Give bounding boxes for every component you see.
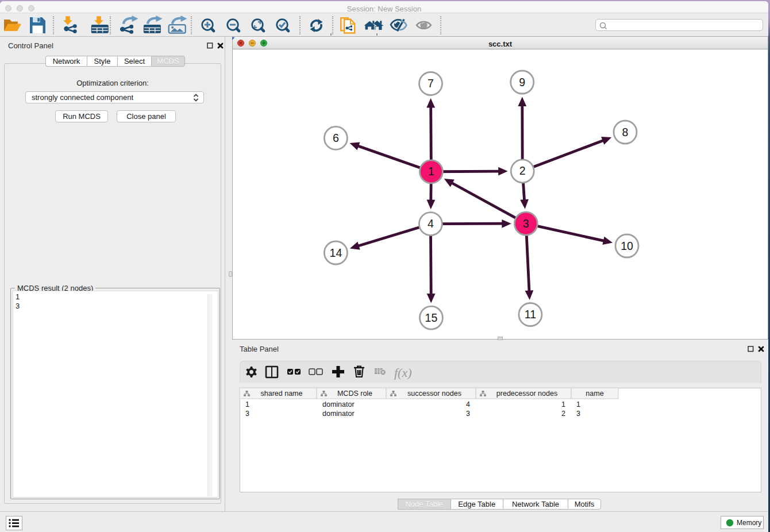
svg-text:8: 8 — [622, 126, 629, 138]
svg-text:3: 3 — [523, 217, 529, 230]
svg-text:15: 15 — [425, 311, 438, 324]
svg-text:1: 1 — [428, 165, 434, 178]
svg-text:11: 11 — [525, 308, 536, 321]
svg-text:6: 6 — [333, 132, 339, 144]
svg-text:4: 4 — [428, 217, 434, 230]
svg-text:14: 14 — [330, 246, 342, 259]
svg-text:2: 2 — [519, 164, 526, 177]
svg-text:7: 7 — [428, 77, 434, 90]
svg-text:9: 9 — [519, 76, 525, 88]
svg-text:10: 10 — [621, 240, 633, 252]
